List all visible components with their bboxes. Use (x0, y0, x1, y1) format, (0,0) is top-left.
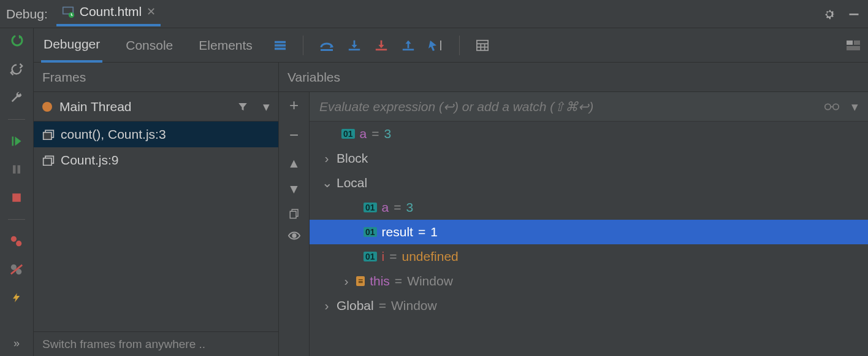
move-down-icon[interactable]: ▼ (287, 182, 300, 196)
svg-rect-29 (847, 41, 853, 45)
scope-global[interactable]: › Global = Window (310, 293, 868, 318)
force-step-into-icon[interactable] (375, 39, 388, 52)
copy-icon[interactable] (289, 207, 300, 220)
scope-local[interactable]: ⌄ Local (310, 171, 868, 195)
var-value: 3 (384, 126, 392, 141)
threads-icon[interactable] (273, 40, 287, 51)
svg-rect-14 (275, 44, 286, 47)
equals: = (389, 249, 397, 264)
frames-panel: Frames Main Thread ▾ count(), Count. (34, 63, 279, 356)
breakpoints-icon[interactable] (9, 233, 25, 249)
variable-this[interactable]: › ≡ this = Window (310, 269, 868, 293)
var-name: a (360, 126, 367, 141)
lightning-icon[interactable] (9, 290, 25, 306)
svg-point-38 (292, 234, 296, 238)
var-name: this (370, 274, 390, 288)
separator (8, 119, 25, 120)
frame-row[interactable]: count(), Count.js:3 (34, 122, 278, 147)
svg-rect-22 (403, 48, 414, 50)
gear-icon[interactable] (821, 6, 837, 22)
variables-header: Variables (279, 63, 868, 92)
layout-icon[interactable] (846, 40, 861, 51)
svg-rect-33 (44, 133, 51, 140)
chevron-down-icon[interactable]: ▾ (851, 99, 858, 114)
run-to-cursor-icon[interactable] (428, 39, 443, 52)
svg-rect-7 (12, 193, 21, 202)
step-out-icon[interactable] (402, 39, 415, 52)
evaluate-expression-icon[interactable] (476, 39, 489, 52)
rerun-icon[interactable] (9, 33, 25, 49)
mute-breakpoints-icon[interactable] (9, 261, 25, 277)
var-name: i (382, 249, 385, 264)
svg-rect-31 (847, 46, 860, 50)
svg-point-40 (833, 104, 839, 109)
svg-rect-37 (290, 211, 296, 218)
variable-row[interactable]: 01 a = 3 (310, 195, 868, 220)
chevron-down-icon[interactable]: ▾ (263, 99, 270, 114)
chevron-right-icon: › (341, 274, 351, 288)
chevron-down-icon: ⌄ (322, 176, 332, 190)
close-icon[interactable]: ✕ (147, 5, 156, 18)
variable-row[interactable]: 01 result = 1 (310, 220, 868, 244)
chevron-right-icon: › (322, 151, 332, 166)
reload-icon[interactable] (9, 61, 25, 77)
var-value: Window (407, 274, 453, 288)
file-tab[interactable]: Count.html ✕ (56, 2, 161, 26)
int-badge: 01 (341, 129, 355, 139)
filter-icon[interactable] (237, 101, 248, 112)
svg-rect-30 (854, 41, 860, 45)
variables-panel: Variables + − ▲ ▼ (279, 63, 868, 356)
variable-row[interactable]: 01 i = undefined (310, 244, 868, 269)
int-badge: 01 (364, 227, 377, 237)
frame-row[interactable]: Count.js:9 (34, 147, 278, 173)
svg-rect-18 (349, 48, 360, 50)
equals: = (418, 225, 425, 239)
equals: = (395, 274, 402, 288)
separator (8, 219, 25, 220)
frames-footer: Switch frames from anywhere .. (34, 331, 278, 356)
stop-icon[interactable] (9, 190, 25, 206)
watch-input[interactable] (319, 99, 816, 114)
svg-point-8 (11, 236, 17, 242)
var-name: result (382, 225, 413, 239)
variables-tree: ▾ 01 a = 3 › Block (310, 92, 868, 356)
add-watch-icon[interactable]: + (289, 96, 299, 115)
svg-rect-20 (376, 48, 387, 50)
tab-debugger[interactable]: Debugger (41, 29, 102, 63)
object-badge: ≡ (356, 276, 365, 286)
variable-row[interactable]: 01 a = 3 (310, 122, 868, 146)
svg-rect-35 (44, 158, 51, 166)
equals: = (379, 298, 386, 313)
svg-rect-16 (321, 49, 333, 51)
thread-status-dot (42, 102, 52, 112)
svg-rect-6 (18, 165, 21, 174)
wrench-icon[interactable] (9, 90, 25, 106)
debug-label: Debug: (6, 7, 48, 21)
watch-input-row[interactable]: ▾ (310, 92, 868, 122)
glasses-icon[interactable] (823, 102, 840, 112)
step-over-icon[interactable] (319, 39, 334, 52)
remove-watch-icon[interactable]: − (289, 126, 299, 145)
equals: = (371, 126, 379, 141)
move-up-icon[interactable]: ▲ (287, 156, 300, 171)
stackframe-icon (42, 129, 55, 140)
show-watches-icon[interactable] (287, 231, 301, 241)
var-value: 3 (406, 200, 414, 215)
scope-block[interactable]: › Block (310, 146, 868, 171)
thread-row[interactable]: Main Thread ▾ (34, 92, 278, 122)
int-badge: 01 (364, 203, 377, 212)
var-name: a (382, 200, 389, 215)
variables-side-toolbar: + − ▲ ▼ (279, 92, 310, 356)
tab-console[interactable]: Console (123, 28, 175, 62)
step-into-icon[interactable] (348, 39, 361, 52)
tab-elements[interactable]: Elements (196, 28, 255, 62)
scope-label: Block (337, 151, 368, 166)
svg-rect-13 (275, 41, 286, 43)
stackframe-icon (42, 155, 55, 166)
pause-icon[interactable] (9, 161, 25, 177)
more-icon[interactable]: » (9, 335, 25, 351)
int-badge: 01 (364, 252, 377, 261)
minimize-icon[interactable] (846, 6, 862, 22)
var-value: undefined (402, 249, 459, 264)
resume-icon[interactable] (9, 133, 25, 149)
